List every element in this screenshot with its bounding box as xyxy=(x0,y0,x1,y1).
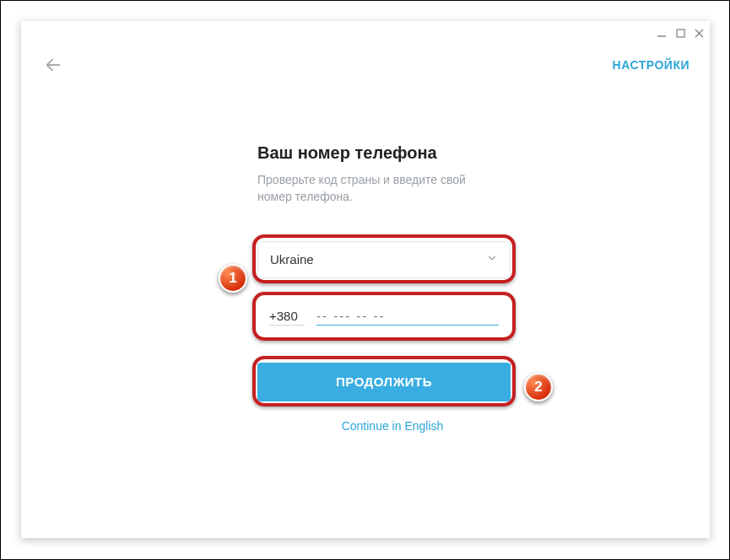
country-code: +380 xyxy=(269,309,305,326)
chevron-down-icon xyxy=(486,252,498,267)
continue-button[interactable]: ПРОДОЛЖИТЬ xyxy=(257,363,511,401)
language-switch-link[interactable]: Continue in English xyxy=(342,419,444,433)
app-window: НАСТРОЙКИ Ваш номер телефона Проверьте к… xyxy=(21,21,710,538)
settings-link[interactable]: НАСТРОЙКИ xyxy=(613,58,689,72)
maximize-button[interactable] xyxy=(674,27,686,39)
page-subtitle: Проверьте код страны и введите свой номе… xyxy=(257,171,477,206)
phone-form: Ваш номер телефона Проверьте код страны … xyxy=(257,143,527,433)
minimize-button[interactable] xyxy=(656,27,668,39)
phone-row: +380 xyxy=(257,299,511,336)
country-select[interactable]: Ukraine xyxy=(257,241,511,278)
back-button[interactable] xyxy=(41,53,65,77)
page-title: Ваш номер телефона xyxy=(257,143,527,163)
window-titlebar xyxy=(21,21,710,45)
annotation-callout-1: 1 xyxy=(219,264,247,293)
close-button[interactable] xyxy=(693,27,705,39)
arrow-left-icon xyxy=(44,56,62,74)
top-bar: НАСТРОЙКИ xyxy=(21,45,710,85)
svg-rect-1 xyxy=(677,30,684,37)
annotation-callout-2: 2 xyxy=(524,373,553,401)
phone-input[interactable] xyxy=(316,309,499,326)
country-selected-label: Ukraine xyxy=(270,252,314,267)
